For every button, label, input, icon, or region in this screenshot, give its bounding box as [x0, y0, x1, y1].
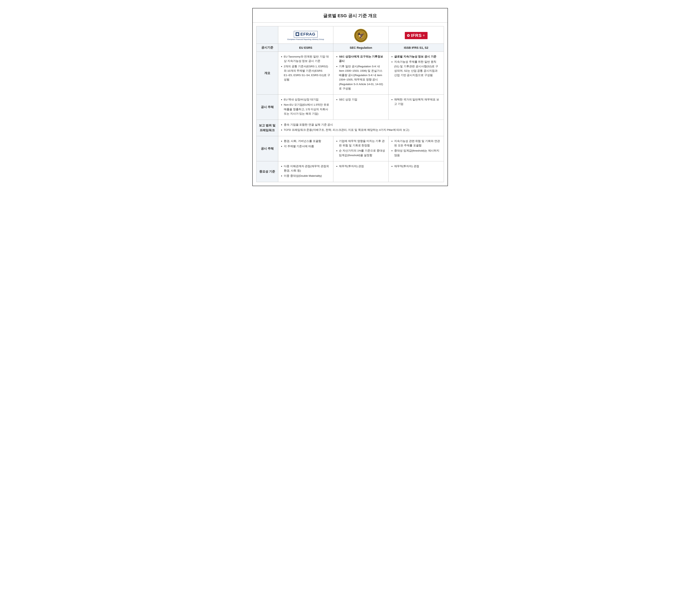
ifrs-sup: ®	[423, 34, 425, 37]
sec-cell-0: SEC 상장사에게 요구되는 기후정보 공시기후 일반 공시(Regulatio…	[333, 52, 389, 95]
row-header-4: 중요성 기준	[256, 161, 278, 182]
table-row: 개요EU Taxonomy와 연계된 일반 기업 대상 지속가능성 정보 공시 …	[256, 52, 444, 95]
header-sec-text: SEC Regulation	[333, 44, 389, 52]
ifrs-cell-3: 지속가능성 관련 위험 및 기회와 연관된 모든 주제를 포괄함중대성 임계값(…	[389, 136, 444, 161]
list-item: 중대성 임계값(threshold)는 제시하지 않음	[392, 149, 441, 158]
page-title: 글로벌 ESG 공시 기준 개요	[253, 8, 448, 23]
table-wrapper: EFRAG European Financial Reporting Advis…	[253, 23, 448, 186]
sec-seal: 🦅	[335, 29, 386, 42]
list-item: 기후 일반 공시(Regulation S-K 내 Item 1500~1503…	[336, 64, 385, 91]
list-item: 지속가능성 주제를 위한 일반 원칙 (S1) 및 기후관련 공시사항(S2)로…	[392, 60, 441, 77]
table-row: 공시 주체환경, 사회, 거버넌스를 포괄함각 주제별 기준서에 따름기업에 재…	[256, 136, 444, 161]
sec-cell-3: 기업에 재무적 영향을 미치는 기후 관련 위험 및 기회로 한정함순 자산가치…	[333, 136, 389, 161]
header-ifrs-logo: ✿ IFRS ®	[389, 26, 444, 44]
efrag-logo: EFRAG European Financial Reporting Advis…	[280, 31, 331, 40]
ifrs-flower-icon: ✿	[407, 33, 410, 38]
list-item: 글로벌 지속가능성 정보 공시 기준	[392, 54, 441, 59]
sec-seal-circle: 🦅	[354, 29, 367, 42]
list-item: 2개의 공통 기준서(ESRS 1, ESRS2)와 10개의 주제별 기준서(…	[281, 64, 330, 82]
sec-seal-inner: 🦅	[356, 30, 366, 41]
main-container: 글로벌 ESG 공시 기준 개요 EFRAG Europ	[252, 8, 448, 186]
eu-cell-4: 다중 이해관계자 관점(재무적 관점외 환경, 사회 등)이중 중대성(Doub…	[278, 161, 333, 182]
sec-cell-1: SEC 상장 기업	[333, 95, 389, 120]
merged-cell-2: 종속 기업을 포함한 연결 실체 기준 공시TCFD 프레임워크 준용(지배구조…	[278, 120, 444, 136]
list-item: 순 자산가치의 1%를 기준으로 중대성 임계값(threshold)을 설정함	[336, 149, 385, 158]
list-item: 재무적(투자자) 관점	[336, 164, 385, 169]
eu-cell-0: EU Taxonomy와 연계된 일반 기업 대상 지속가능성 정보 공시 기준…	[278, 52, 333, 95]
efrag-name: EFRAG	[300, 32, 315, 37]
eu-cell-3: 환경, 사회, 거버넌스를 포괄함각 주제별 기준서에 따름	[278, 136, 333, 161]
list-item: SEC 상장 기업	[336, 97, 385, 102]
row-header-2: 보고 범위 및 프레임워크	[256, 120, 278, 136]
eagle-icon: 🦅	[357, 32, 365, 39]
list-item: 이중 중대성(Double Materiality)	[281, 174, 330, 178]
efrag-square-inner	[296, 33, 298, 35]
row-header-1: 공시 주체	[256, 95, 278, 120]
table-row: 보고 범위 및 프레임워크종속 기업을 포함한 연결 실체 기준 공시TCFD …	[256, 120, 444, 136]
header-sec-logo: 🦅	[333, 26, 389, 44]
list-item: 재무적(투자자) 관점	[392, 164, 441, 169]
list-item: 다중 이해관계자 관점(재무적 관점외 환경, 사회 등)	[281, 164, 330, 173]
list-item: EU 역내 상장/비상장 대기업	[281, 97, 330, 102]
header-label-text: 공시기준	[256, 44, 278, 52]
list-item: SEC 상장사에게 요구되는 기후정보 공시	[336, 54, 385, 64]
list-item: EU Taxonomy와 연계된 일반 기업 대상 지속가능성 정보 공시 기준	[281, 54, 330, 64]
table-row: 공시 주체EU 역내 상장/비상장 대기업Non-EU 모기업(EU에서 1.5…	[256, 95, 444, 120]
efrag-box: EFRAG	[294, 31, 318, 38]
row-header-0: 개요	[256, 52, 278, 95]
table-row: 중요성 기준다중 이해관계자 관점(재무적 관점외 환경, 사회 등)이중 중대…	[256, 161, 444, 182]
list-item: 각 주제별 기준서에 따름	[281, 144, 330, 149]
row-header-3: 공시 주체	[256, 136, 278, 161]
esg-table: EFRAG European Financial Reporting Advis…	[256, 26, 444, 182]
ifrs-badge: ✿ IFRS ®	[405, 32, 428, 39]
list-item: Non-EU 모기업(EU에서 1.5억만 유로 매출을 창출하고, 1개 이상…	[281, 103, 330, 116]
list-item: 기업에 재무적 영향을 미치는 기후 관련 위험 및 기회로 한정함	[336, 139, 385, 148]
header-eu-logo: EFRAG European Financial Reporting Advis…	[278, 26, 333, 44]
ifrs-cell-0: 글로벌 지속가능성 정보 공시 기준지속가능성 주제를 위한 일반 원칙 (S1…	[389, 52, 444, 95]
efrag-square-icon	[296, 32, 299, 36]
efrag-subtitle: European Financial Reporting Advisory Gr…	[288, 38, 324, 40]
list-item: 지속가능성 관련 위험 및 기회와 연관된 모든 주제를 포괄함	[392, 139, 441, 148]
ifrs-cell-4: 재무적(투자자) 관점	[389, 161, 444, 182]
list-item: 환경, 사회, 거버넌스를 포괄함	[281, 139, 330, 143]
list-item: 종속 기업을 포함한 연결 실체 기준 공시	[281, 123, 441, 127]
ifrs-cell-1: 채택한 국가의 일반목적 재무제표 보고 기업	[389, 95, 444, 120]
header-ifrs-text: ISSB IFRS S1, S2	[389, 44, 444, 52]
list-item: 채택한 국가의 일반목적 재무제표 보고 기업	[392, 97, 441, 106]
ifrs-text: IFRS	[411, 33, 422, 38]
header-eu-text: EU ESRS	[278, 44, 333, 52]
list-item: TCFD 프레임워크 준용(지배구조, 전략, 리스크관리, 지표 및 목표에 …	[281, 128, 441, 132]
eu-cell-1: EU 역내 상장/비상장 대기업Non-EU 모기업(EU에서 1.5억만 유로…	[278, 95, 333, 120]
sec-cell-4: 재무적(투자자) 관점	[333, 161, 389, 182]
header-label-col	[256, 26, 278, 44]
ifrs-logo: ✿ IFRS ®	[391, 32, 442, 39]
